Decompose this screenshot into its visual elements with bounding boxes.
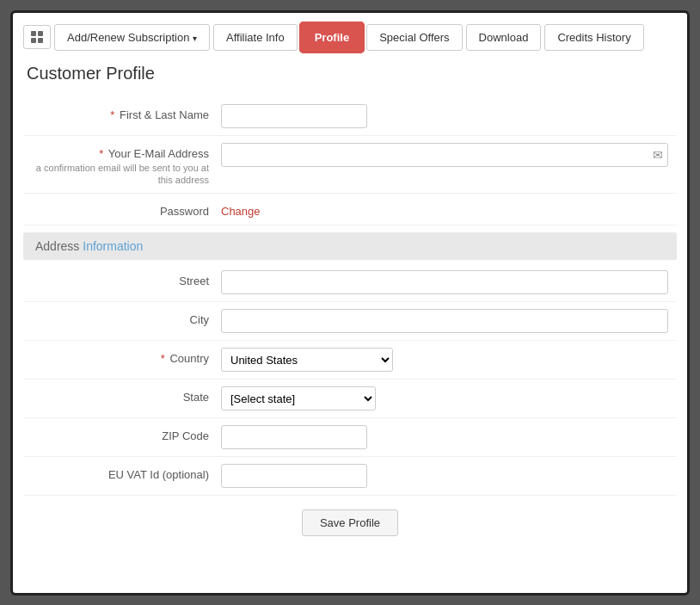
grid-nav-button[interactable] (23, 25, 51, 49)
city-label: City (32, 309, 221, 326)
first-last-name-label: * First & Last Name (32, 104, 221, 121)
country-select[interactable]: United States (221, 348, 393, 372)
nav-bar: Add/Renew Subscription Affiliate Info Pr… (23, 23, 677, 52)
email-row: * Your E-Mail Address a confirmation ema… (23, 136, 677, 194)
affiliate-button[interactable]: Affiliate Info (213, 24, 298, 51)
change-password-link[interactable]: Change (221, 201, 261, 218)
state-row: State [Select state] (23, 380, 677, 418)
main-window: Add/Renew Subscription Affiliate Info Pr… (10, 10, 690, 596)
email-label: * Your E-Mail Address a confirmation ema… (32, 143, 221, 187)
street-label: Street (32, 270, 221, 287)
vat-control (221, 464, 668, 488)
email-envelope-icon: ✉ (653, 148, 663, 162)
customer-profile-form: * First & Last Name * Your E-Mail Addres… (23, 97, 677, 551)
state-label: State (32, 386, 221, 404)
download-button[interactable]: Download (466, 24, 542, 51)
password-control: Change (221, 201, 668, 218)
zip-control (221, 425, 668, 449)
email-control: ✉ (221, 143, 668, 167)
vat-row: EU VAT Id (optional) (23, 457, 677, 496)
country-row: * Country United States (23, 341, 677, 380)
city-control (221, 309, 668, 333)
first-last-name-row: * First & Last Name (23, 97, 677, 136)
password-row: Password Change (23, 194, 677, 225)
special-offers-button[interactable]: Special Offers (366, 24, 462, 51)
save-row: Save Profile (23, 496, 677, 550)
zip-row: ZIP Code (23, 418, 677, 457)
zip-input[interactable] (221, 425, 367, 449)
first-last-name-input[interactable] (221, 104, 367, 128)
email-input[interactable] (221, 143, 668, 167)
address-info-header: Address Information (23, 232, 677, 260)
street-input[interactable] (221, 270, 668, 294)
country-label: * Country (32, 348, 221, 365)
vat-input[interactable] (221, 464, 367, 488)
profile-button[interactable]: Profile (301, 23, 363, 52)
country-control: United States (221, 348, 668, 372)
save-profile-button[interactable]: Save Profile (302, 509, 398, 536)
first-last-name-control (221, 104, 668, 128)
city-row: City (23, 302, 677, 341)
zip-label: ZIP Code (32, 425, 221, 442)
email-wrapper: ✉ (221, 143, 668, 167)
vat-label: EU VAT Id (optional) (32, 464, 221, 481)
add-renew-button[interactable]: Add/Renew Subscription (54, 24, 210, 51)
state-control: [Select state] (221, 386, 668, 411)
street-control (221, 270, 668, 294)
city-input[interactable] (221, 309, 668, 333)
page-title: Customer Profile (23, 64, 677, 83)
street-row: Street (23, 263, 677, 302)
grid-icon (31, 31, 43, 43)
credits-history-button[interactable]: Credits History (544, 24, 643, 51)
state-select[interactable]: [Select state] (221, 386, 376, 411)
password-label: Password (32, 201, 221, 218)
